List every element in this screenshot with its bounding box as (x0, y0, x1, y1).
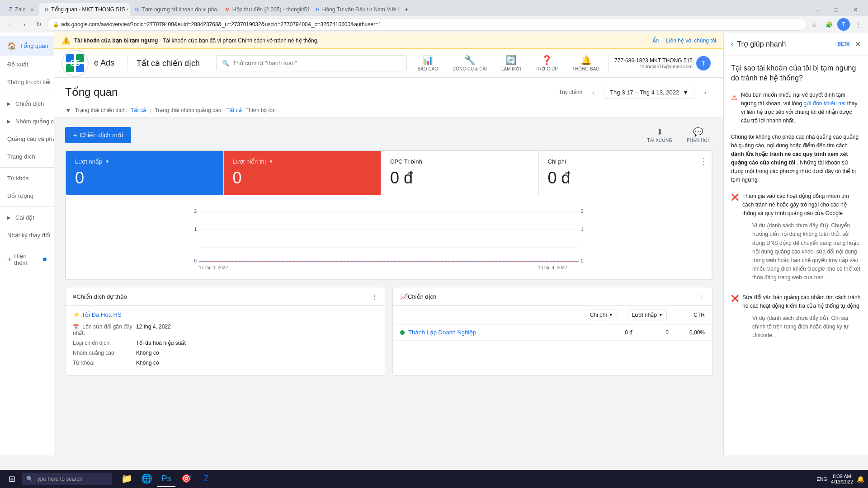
sidebar-show-more[interactable]: + Hiện thêm (0, 248, 54, 271)
filter-group-value[interactable]: Tất cả (226, 107, 242, 113)
warning-actions: Ẩn Liên hệ với chúng tôi (652, 38, 716, 44)
nav-thong-bao[interactable]: 🔔 THÔNG BÁO (567, 53, 605, 73)
feedback-icon: 💬 (693, 127, 703, 137)
taskbar-app-zalo[interactable]: Z (197, 471, 215, 487)
help-back-icon[interactable]: ‹ (731, 40, 733, 48)
sidebar-item-quang-cao[interactable]: Quảng cáo và phần mở rộng (0, 130, 54, 148)
sidebar-item-chien-dich[interactable]: ▶ Chiến dịch (0, 95, 54, 113)
sidebar-item-de-xuat[interactable]: Đề xuất (0, 56, 54, 73)
taskbar-app-extra1[interactable]: 🎯 (177, 471, 195, 487)
browser-tab-hang-tu-van[interactable]: H Hàng Tư vấn Đầu tư Nam Việt L... ✕ (311, 3, 401, 16)
warning-text: Tài khoản của bạn bị tạm ngưng - Tài kho… (74, 38, 319, 44)
taskbar: ⊞ 🔍 Type here to search 📁 🌐 Ps 🎯 Z 🖼 ENG… (0, 470, 868, 488)
new-campaign-button[interactable]: + Chiến dịch mới (65, 127, 131, 143)
download-btn[interactable]: ⬇ TẢI XUỐNG (644, 125, 676, 145)
maximize-btn[interactable]: □ (827, 3, 845, 16)
back-button[interactable]: ‹ (4, 18, 16, 31)
draft-panel-more[interactable]: ⋮ (372, 293, 377, 300)
panel-table-header: Chi phí ▼ Lượt nhập ▼ CTR (393, 306, 712, 324)
feedback-btn[interactable]: 💬 PHẢN HỒI (683, 125, 712, 145)
browser-tab-gmail[interactable]: M Hộp thư đến (2.005) - thongkt51... ✕ (220, 3, 311, 16)
browser-tab-tam-ngung[interactable]: G Tạm ngưng tài khoản do vi pha... ✕ (130, 3, 220, 16)
date-picker: ‹ Thg 3 17 – Thg 4 13, 2022 ▼ › (586, 85, 712, 99)
logo-svg: S5 (64, 52, 86, 74)
taskbar-right: ENG 8:39 AM 4/13/2022 🔔 (816, 474, 864, 484)
sidebar-item-tong-quan[interactable]: 🏠 Tổng quan (0, 36, 54, 56)
sidebar-item-doi-tuong[interactable]: Đối tượng (0, 187, 54, 205)
metric-luot-nhap: Lượt nhấp ▼ 0 (66, 151, 224, 195)
calendar-icon: 📅 (73, 324, 79, 329)
nav-cong-cu[interactable]: 🔧 CÔNG CỤ & CÀI (447, 53, 492, 73)
nav-tro-giup[interactable]: ❓ TRỢ GIÚP (530, 53, 563, 73)
taskbar-app-explorer[interactable]: 📁 (118, 471, 136, 487)
draft-campaign-panel: ≡ Chiến dịch dự thảo ⋮ ⚡ Tối Đa Hóa HS (65, 287, 385, 375)
date-prev[interactable]: ‹ (586, 85, 600, 99)
close-tab-zalo[interactable]: ✕ (30, 7, 34, 12)
add-filter-btn[interactable]: Thêm bộ lọc (245, 107, 276, 113)
bookmark-btn[interactable]: ☆ (808, 18, 821, 31)
filter-icon: ▼ (65, 107, 71, 114)
main-area: 🏠 Tổng quan Đề xuất Thông tin chi tiết ▶… (0, 33, 868, 455)
metrics-more-btn[interactable]: ⋮ (696, 151, 712, 195)
metric-luot-hien-thi-value: 0 (233, 169, 372, 188)
search-box[interactable]: 🔍 (216, 55, 406, 71)
user-avatar[interactable]: T (696, 56, 711, 70)
user-details: 777-686-1823 MKT THONG 515 thongkt515@gm… (614, 57, 693, 69)
sidebar-label-nhat-ky: Nhật ký thay đổi (7, 232, 50, 239)
minimize-btn[interactable]: — (808, 3, 826, 16)
new-tab-button[interactable]: + (401, 3, 412, 16)
metrics-row: Lượt nhấp ▼ 0 Lượt hiển thị ▼ 0 (66, 150, 712, 195)
notification-area[interactable]: 🔔 (857, 475, 864, 483)
sidebar-item-thong-tin[interactable]: Thông tin chi tiết (0, 73, 54, 91)
sidebar-label-nhom-quang-cao: Nhóm quảng cáo (15, 118, 54, 125)
start-button[interactable]: ⊞ (4, 471, 20, 487)
app1-icon: 🎯 (181, 474, 191, 483)
help-close-btn[interactable]: ✕ (855, 40, 861, 48)
sidebar-item-nhom-quang-cao[interactable]: ▶ Nhóm quảng cáo (0, 113, 54, 130)
refresh-button[interactable]: ↻ (33, 18, 45, 31)
help-warning-text-1: Nếu bạn muốn khiếu nại về quyết định tạm… (741, 91, 861, 126)
nav-bao-cao[interactable]: 📊 BÁO CÁO (412, 53, 444, 73)
campaign-name-link[interactable]: Thành Lập Doanh Nghiệp (408, 329, 476, 336)
date-next[interactable]: › (698, 85, 712, 99)
browser-tab-zalo[interactable]: Z Zalo ✕ (4, 3, 39, 16)
metric-luot-hien-thi-arrow[interactable]: ▼ (269, 159, 274, 164)
col-luot-nhap[interactable]: Lượt nhập ▼ (628, 310, 667, 320)
campaign-panel-more[interactable]: ⋮ (699, 293, 705, 300)
warning-contact-link[interactable]: Liên hệ với chúng tôi (666, 38, 716, 44)
help-complaint-link[interactable]: gửi đơn khiếu nại (803, 100, 845, 107)
browser-tabs: Z Zalo ✕ G Tổng quan - MKT THONG 515 - .… (0, 0, 868, 16)
address-text: ads.google.com/aw/overview?ocid=27707940… (61, 21, 382, 28)
nav-lam-moi[interactable]: 🔄 LÀM MỚI (496, 53, 526, 73)
close-btn[interactable]: ✕ (846, 3, 864, 16)
draft-campaign-name[interactable]: ⚡ Tối Đa Hóa HS (73, 311, 377, 318)
filter-campaign-value[interactable]: Tất cả (131, 107, 146, 113)
forward-button[interactable]: › (18, 18, 31, 31)
search-input[interactable] (233, 60, 401, 66)
taskbar-app-chrome[interactable]: 🌐 (137, 471, 156, 487)
address-bar[interactable]: 🔒 ads.google.com/aw/overview?ocid=277079… (47, 18, 807, 31)
sidebar-item-nhat-ky[interactable]: Nhật ký thay đổi (0, 226, 54, 244)
sidebar-item-cai-dat[interactable]: ▶ Cài đặt (0, 209, 54, 226)
help-body: Tại sao tài khoản của tôi bị tạm ngưng d… (724, 56, 868, 358)
date-range-btn[interactable]: Thg 3 17 – Thg 4 13, 2022 ▼ (604, 86, 694, 99)
campaign-row-0: Thành Lập Doanh Nghiệp 0 đ 0 0,00% (393, 324, 712, 341)
help-intro-section: Chúng tôi không cho phép các nhà quảng c… (731, 133, 861, 185)
campaign-panel: 📈 Chiến dịch ⋮ Chi phí ▼ (392, 287, 712, 375)
metric-chi-phi-value: 0 đ (548, 169, 687, 188)
campaign-clicks-cell: 0 (632, 329, 669, 336)
taskbar-app-ps[interactable]: Ps (157, 471, 175, 487)
sidebar-item-tu-khoa[interactable]: Từ khóa (0, 169, 54, 187)
taskbar-search[interactable]: 🔍 Type here to search (22, 473, 112, 485)
col-chi-phi[interactable]: Chi phí ▼ (586, 310, 617, 320)
campaign-cost-cell: 0 đ (596, 329, 632, 336)
settings-btn[interactable]: ⋮ (852, 18, 864, 31)
warning-hide-link[interactable]: Ẩn (652, 38, 659, 44)
extensions-btn[interactable]: 🧩 (823, 18, 835, 31)
profile-btn[interactable]: T (837, 18, 850, 31)
taskbar-app-extra2[interactable]: 🖼 (217, 471, 235, 487)
browser-tab-google-ads[interactable]: G Tổng quan - MKT THONG 515 - ... ✕ (39, 3, 130, 16)
home-icon: 🏠 (7, 42, 16, 50)
sidebar-item-trang-dich[interactable]: Trang đích (0, 148, 54, 165)
metric-luot-nhap-arrow[interactable]: ▼ (105, 159, 109, 164)
